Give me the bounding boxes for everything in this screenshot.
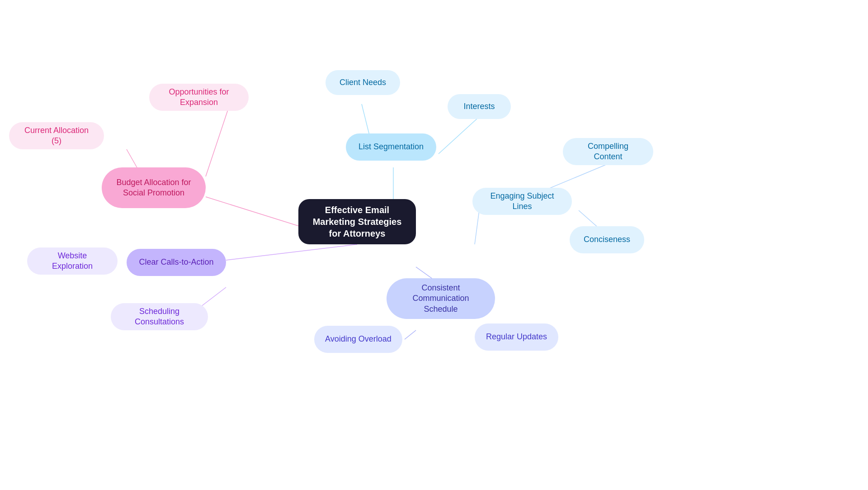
interests-node[interactable]: Interests (448, 94, 511, 119)
current-allocation-node[interactable]: Current Allocation (5) (9, 122, 104, 149)
opportunities-node[interactable]: Opportunities for Expansion (149, 84, 249, 111)
center-node[interactable]: Effective Email Marketing Strategies for… (298, 199, 416, 244)
avoiding-overload-node[interactable]: Avoiding Overload (314, 326, 402, 353)
engaging-subject-lines-node[interactable]: Engaging Subject Lines (472, 188, 572, 215)
svg-line-8 (439, 117, 479, 154)
svg-line-13 (405, 330, 416, 339)
svg-line-3 (226, 244, 357, 260)
compelling-content-node[interactable]: Compelling Content (563, 138, 653, 165)
client-needs-node[interactable]: Client Needs (326, 70, 400, 95)
scheduling-consultations-node[interactable]: Scheduling Consultations (111, 303, 208, 330)
list-segmentation-node[interactable]: List Segmentation (346, 133, 436, 161)
consistent-communication-node[interactable]: Consistent Communication Schedule (387, 278, 495, 319)
budget-allocation-node[interactable]: Budget Allocation for Social Promotion (102, 167, 206, 208)
svg-line-1 (206, 109, 228, 176)
clear-calls-node[interactable]: Clear Calls-to-Action (127, 249, 226, 276)
conciseness-node[interactable]: Conciseness (570, 226, 644, 253)
website-exploration-node[interactable]: Website Exploration (27, 247, 118, 275)
regular-updates-node[interactable]: Regular Updates (475, 323, 558, 351)
svg-line-9 (475, 210, 479, 244)
